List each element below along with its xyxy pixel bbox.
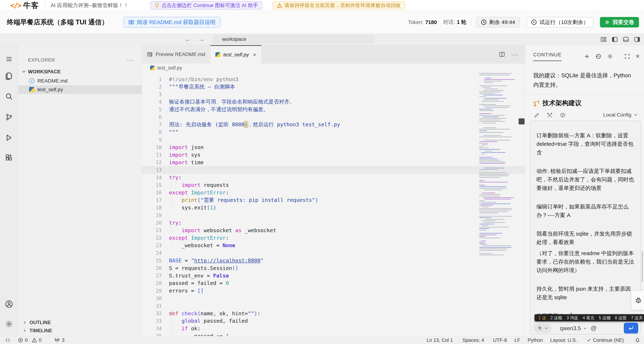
ime-candidate[interactable]: 4 遮光 [583,315,594,321]
outline-label: OUTLINE [30,320,51,326]
ports-indicator[interactable]: 3 [54,336,64,344]
ime-candidate[interactable]: 3 鸿蓝 [566,315,578,321]
ime-candidate[interactable]: 6 这股 [615,315,627,321]
new-session-icon[interactable] [584,53,590,60]
continue-status-label: Continue (NE) [593,338,624,343]
stay-on-page-banner: 请保持停留在当前页面，否则作答环境将被自动回收 [272,1,405,10]
chat-draft-text[interactable]: 订单删除留痕---方案 A：软删除，设置 deleted=true 字段，查询时… [530,121,641,320]
history-back-button[interactable]: ← [185,36,191,43]
customize-layout-icon[interactable] [600,36,607,43]
language-mode[interactable]: Python [528,336,543,344]
keyboard-layout[interactable]: Layout: U.S. [550,336,577,344]
ime-candidate[interactable]: 2 这概 [550,315,562,321]
tab-preview-readme[interactable]: Preview README.md [142,45,210,64]
remote-indicator[interactable] [5,336,10,344]
read-readme-button[interactable]: 阅读 README.md 获取题目说明 [124,17,220,28]
code-line: 15 import requests [142,181,525,189]
encoding[interactable]: UTF-8 [493,336,507,344]
dialog-value: 1 轮 [457,18,466,26]
nowcoder-logo[interactable]: </> 牛客 [10,0,39,10]
explorer-icon[interactable] [5,72,13,80]
debug-float-button[interactable] [631,290,644,310]
file-item-test-self[interactable]: test_self.py [18,85,142,94]
double-chevron-icon [604,20,610,25]
outline-section[interactable]: OUTLINE [18,318,142,326]
add-context-button[interactable]: @ [590,324,597,332]
notifications-bell[interactable] [634,336,640,344]
code-line: 4验证各接口基本可用、字段命名和响应格式是否对齐。 [142,98,525,106]
submit-label: 我要交卷 [612,18,634,26]
explorer-sidebar: EXPLORER ··· WORKSPACE i README.md test_… [18,45,142,336]
divider [45,2,46,8]
nowcoder-logo-text: 牛客 [23,0,39,10]
account-icon[interactable] [5,300,13,308]
tab-test-self[interactable]: test_self.py × [210,45,262,64]
workspace-section-header[interactable]: WORKSPACE [18,67,142,76]
chat-input-box[interactable]: 订单删除留痕---方案 A：软删除，设置 deleted=true 字段，查询时… [530,121,641,334]
settings-gear-icon[interactable] [5,320,13,328]
toggle-sidebar-icon[interactable] [612,36,618,43]
problems-indicator[interactable]: 0 0 [18,336,42,344]
divider [618,53,619,60]
nowcoder-logo-icon: </> [10,1,21,10]
explorer-title: EXPLORER [28,57,55,63]
file-name: test_self.py [38,87,63,92]
submit-button[interactable]: 我要交卷 [600,17,639,28]
file-name: README.md [38,78,68,84]
remote-icon [5,338,10,343]
token-value: 7180 [425,19,437,25]
dialog-label: 对话: [443,18,455,26]
code-line: 14try: [142,174,525,181]
python-icon [150,66,155,70]
continue-status[interactable]: ✓ Continue (NE) [587,336,624,344]
time-remaining-button[interactable]: 剩余 49:44 [476,17,520,28]
assistant-message: 我的建议：SQLite 是最佳选择，Python 内置支持。 [533,71,638,90]
mode-selector-pill[interactable] [534,324,552,333]
breadcrumb[interactable]: test_self.py [142,64,525,72]
cube-icon[interactable] [560,112,566,118]
ime-candidate[interactable]: 1 这 [538,315,546,321]
edit-pencil-icon[interactable] [534,112,540,118]
timeline-section[interactable]: TIMELINE [18,326,142,334]
continue-panel-title[interactable]: CONTINUE [533,52,562,61]
eol-sequence[interactable]: LF [514,336,520,344]
file-item-readme[interactable]: i README.md [18,76,142,85]
ime-candidate[interactable]: 5 这棚 [599,315,610,321]
model-selector[interactable]: qwen3.5 [560,325,587,332]
bug-icon [634,296,642,304]
toggle-panel-icon[interactable] [623,36,629,43]
toggle-secondary-sidebar-icon[interactable] [634,36,640,43]
panel-scrollbar-thumb[interactable] [642,251,643,282]
run-debug-icon[interactable] [5,134,13,142]
minimap[interactable] [478,73,520,264]
tools-icon[interactable] [547,112,552,118]
extensions-icon[interactable] [5,154,13,162]
draft-paragraph: 我看当前环境无 sqlite，并发先用异步锁处理，看看效果 [536,230,635,246]
code-line: 22except ImportError: [142,234,525,242]
enter-icon [628,325,634,331]
editor-more-actions-icon[interactable]: ··· [511,51,518,58]
menu-icon[interactable] [6,56,12,62]
gear-icon[interactable] [607,53,613,60]
cursor-position[interactable]: Ln 13, Col 1 [426,336,453,344]
config-selector[interactable]: Local Config [603,112,638,118]
trial-run-button[interactable]: 试运行（10次剩余） [526,17,594,28]
indentation[interactable]: Spaces: 4 [462,336,484,344]
command-center-search[interactable]: workspace [213,35,374,43]
editor-scrollbar-thumb[interactable] [518,118,524,124]
history-icon[interactable] [596,53,602,60]
chevron-down-icon [544,326,548,330]
code-editor[interactable]: 1#!/usr/bin/env python32"""早餐店系统 — 自测脚本3… [142,72,525,336]
split-editor-icon[interactable] [499,51,505,58]
explorer-more-actions-icon[interactable]: ··· [127,56,134,64]
fullscreen-icon[interactable] [624,53,630,60]
search-icon[interactable] [5,92,13,100]
source-control-icon[interactable] [5,113,13,121]
close-panel-icon[interactable]: × [636,52,640,60]
history-forward-button[interactable]: → [198,36,204,43]
close-tab-icon[interactable]: × [253,52,256,58]
code-line: 30 [142,294,525,302]
ime-candidate[interactable]: 7 这关 [631,315,643,321]
code-line: 11import sys [142,151,525,159]
send-button[interactable] [624,323,638,334]
